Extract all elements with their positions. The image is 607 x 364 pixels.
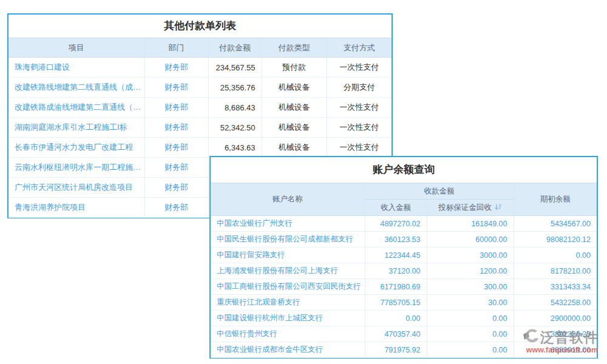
project-link[interactable]: 改建铁路成渝线增建第二直通线（成... (8, 98, 144, 118)
department-link[interactable]: 财务部 (144, 138, 208, 158)
income-amount-cell: 7785705.15 (365, 295, 427, 311)
payment-row: 改建铁路线增建第二线直通线（成都-...财务部25,356.76机械设备分期支付 (8, 78, 392, 98)
col-header-project: 项目 (8, 38, 144, 58)
col-header-account: 账户名称 (211, 183, 365, 216)
account-name-link[interactable]: 中国农业银行成都市金牛区支行 (211, 342, 365, 358)
department-link[interactable]: 财务部 (144, 198, 208, 218)
sort-descending-icon[interactable] (495, 203, 502, 212)
col-header-department: 部门 (144, 38, 208, 58)
payment-row: 改建铁路成渝线增建第二直通线（成...财务部8,686.43机械设备一次性支付 (8, 98, 392, 118)
department-link[interactable]: 财务部 (144, 158, 208, 178)
project-link[interactable]: 珠海鹤港口建设 (8, 58, 144, 78)
balance-header-row-1: 账户名称 收款金额 期初余额 (211, 183, 597, 200)
col-header-opening: 期初余额 (514, 183, 597, 216)
account-name-link[interactable]: 中国工商银行股份有限公司西安回民街支行 (211, 279, 365, 295)
col-header-bid-refund-label: 投标保证金回收 (438, 203, 492, 212)
balance-row: 中信银行贵州支行470357.400.003891230.23 (211, 326, 597, 342)
account-name-link[interactable]: 中信银行贵州支行 (211, 326, 365, 342)
col-header-bid-refund[interactable]: 投标保证金回收 (427, 200, 514, 216)
income-amount-cell: 4897270.02 (365, 216, 427, 232)
col-header-receipt-group: 收款金额 (365, 183, 514, 200)
account-name-link[interactable]: 重庆银行江北观音桥支行 (211, 295, 365, 311)
payment-amount-cell: 25,356.76 (208, 78, 262, 98)
department-link[interactable]: 财务部 (144, 98, 208, 118)
payment-method-cell: 一次性支付 (327, 98, 392, 118)
balance-row: 中国民生银行股份有限公司成都新都支行360123.5360000.0098082… (211, 232, 597, 248)
payment-amount-cell: 8,686.43 (208, 98, 262, 118)
payment-row: 长春市伊通河水力发电厂改建工程财务部6,343.63机械设备一次性支付 (8, 138, 392, 158)
opening-balance-cell: 5434567.00 (514, 216, 597, 232)
income-amount-cell: 6171980.69 (365, 279, 427, 295)
balance-row: 中国农业银行广州支行4897270.02161849.005434567.00 (211, 216, 597, 232)
balance-row: 中国农业银行成都市金牛区支行791975.920.006889919.00 (211, 342, 597, 358)
bid-refund-cell: 30.00 (427, 295, 514, 311)
bid-refund-cell: 3000.00 (427, 248, 514, 263)
income-amount-cell: 360123.53 (365, 232, 427, 248)
project-link[interactable]: 改建铁路线增建第二线直通线（成都-... (8, 78, 144, 98)
project-link[interactable]: 湖南洞庭湖水库引水工程施工I标 (8, 118, 144, 138)
payment-method-cell: 一次性支付 (327, 138, 392, 158)
bid-refund-cell: 1200.00 (427, 263, 514, 279)
department-link[interactable]: 财务部 (144, 58, 208, 78)
department-link[interactable]: 财务部 (144, 78, 208, 98)
balance-query-panel: 账户余额查询 账户名称 收款金额 期初余额 收入金额 投标保证金回收 中国农业银… (209, 156, 598, 359)
opening-balance-cell: 98082120.12 (514, 232, 597, 248)
opening-balance-cell: 3313433.34 (514, 279, 597, 295)
balance-table: 账户名称 收款金额 期初余额 收入金额 投标保证金回收 中国农业银行广州支行48… (211, 183, 597, 358)
payment-method-cell: 分期支付 (327, 78, 392, 98)
income-amount-cell: 470357.40 (365, 326, 427, 342)
income-amount-cell: 122344.45 (365, 248, 427, 263)
opening-balance-cell: 5432258.00 (514, 295, 597, 311)
project-link[interactable]: 长春市伊通河水力发电厂改建工程 (8, 138, 144, 158)
bid-refund-cell: 0.00 (427, 326, 514, 342)
account-name-link[interactable]: 中国建行留安路支行 (211, 248, 365, 263)
bid-refund-cell: 300.00 (427, 279, 514, 295)
bid-refund-cell: 161849.00 (427, 216, 514, 232)
payment-amount-cell: 52,342.50 (208, 118, 262, 138)
department-link[interactable]: 财务部 (144, 178, 208, 198)
department-link[interactable]: 财务部 (144, 118, 208, 138)
account-name-link[interactable]: 中国农业银行广州支行 (211, 216, 365, 232)
payment-type-cell: 机械设备 (262, 98, 327, 118)
opening-balance-cell: 2900000.00 (514, 311, 597, 326)
payment-method-cell: 一次性支付 (327, 118, 392, 138)
balance-row: 上海浦发银行股份有限公司上海支行37120.001200.008178210.0… (211, 263, 597, 279)
balance-row: 重庆银行江北观音桥支行7785705.1530.005432258.00 (211, 295, 597, 311)
payment-type-cell: 预付款 (262, 58, 327, 78)
payment-type-cell: 机械设备 (262, 78, 327, 98)
balance-row: 中国工商银行股份有限公司西安回民街支行6171980.69300.0033134… (211, 279, 597, 295)
opening-balance-cell: 8178210.00 (514, 263, 597, 279)
opening-balance-cell: 6889919.00 (514, 342, 597, 358)
balance-row: 中国建行留安路支行122344.453000.000.00 (211, 248, 597, 263)
bid-refund-cell: 0.00 (427, 342, 514, 358)
payment-list-title: 其他付款单列表 (8, 15, 392, 38)
income-amount-cell: 791975.92 (365, 342, 427, 358)
col-header-method: 支付方式 (327, 38, 392, 58)
opening-balance-cell: 0.00 (514, 248, 597, 263)
project-link[interactable]: 云南水利枢纽潜明水库一期工程施工I标 (8, 158, 144, 178)
payment-header-row: 项目 部门 付款金额 付款类型 支付方式 (8, 38, 392, 58)
balance-row: 中国建设银行杭州市上城区支行0.000.002900000.00 (211, 311, 597, 326)
payment-amount-cell: 234,567.55 (208, 58, 262, 78)
income-amount-cell: 37120.00 (365, 263, 427, 279)
bid-refund-cell: 0.00 (427, 311, 514, 326)
payment-amount-cell: 6,343.63 (208, 138, 262, 158)
payment-method-cell: 一次性支付 (327, 58, 392, 78)
col-header-type: 付款类型 (262, 38, 327, 58)
account-name-link[interactable]: 中国建设银行杭州市上城区支行 (211, 311, 365, 326)
payment-type-cell: 机械设备 (262, 118, 327, 138)
bid-refund-cell: 60000.00 (427, 232, 514, 248)
account-name-link[interactable]: 中国民生银行股份有限公司成都新都支行 (211, 232, 365, 248)
opening-balance-cell: 3891230.23 (514, 326, 597, 342)
account-name-link[interactable]: 上海浦发银行股份有限公司上海支行 (211, 263, 365, 279)
payment-row: 湖南洞庭湖水库引水工程施工I标财务部52,342.50机械设备一次性支付 (8, 118, 392, 138)
income-amount-cell: 0.00 (365, 311, 427, 326)
project-link[interactable]: 广州市天河区统计局机房改造项目 (8, 178, 144, 198)
col-header-amount: 付款金额 (208, 38, 262, 58)
payment-type-cell: 机械设备 (262, 138, 327, 158)
project-link[interactable]: 青海洪湖养护院项目 (8, 198, 144, 218)
payment-row: 珠海鹤港口建设财务部234,567.55预付款一次性支付 (8, 58, 392, 78)
app-canvas: 其他付款单列表 项目 部门 付款金额 付款类型 支付方式 珠海鹤港口建设财务部2… (0, 0, 607, 364)
col-header-income: 收入金额 (365, 200, 427, 216)
balance-query-title: 账户余额查询 (211, 157, 597, 183)
